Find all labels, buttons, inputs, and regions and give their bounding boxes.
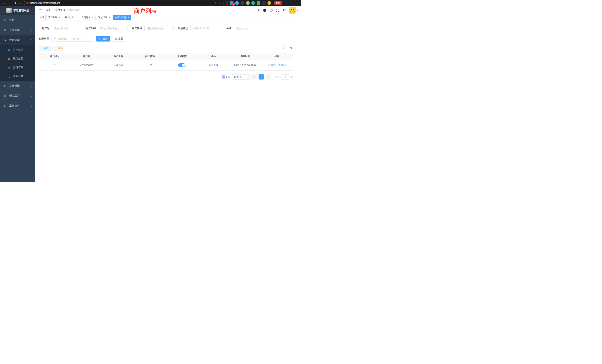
goto-page: 前往 页 [275,74,293,79]
sidebar-subitem-label: 支付订单 [13,66,23,69]
tab-user-group[interactable]: 用户分组 × [63,15,79,20]
hamburger-icon[interactable] [38,8,43,13]
reload-button[interactable] [12,0,17,5]
export-button[interactable]: 导出 [53,46,65,51]
merchant-shortname-label: 商户简称 [132,27,142,30]
edit-link[interactable]: 修改 [268,64,276,67]
tab-home[interactable]: 首页 [38,15,46,20]
merchant-table: 商户编号 商户号 商户全称 商户简称 开启状态 备注 创建时间 操作 1 M23… [39,53,293,71]
tab-label: 首页 [40,16,44,19]
site-info-icon[interactable]: ⓘ [26,1,29,5]
help-icon[interactable]: ? [270,9,273,12]
merchant-shortname-input[interactable] [144,26,174,31]
sidebar-item-home[interactable]: ⊙ 首页 [0,15,35,25]
search-icon[interactable] [256,9,259,12]
filter-row-2: 创建时间 开始日期 - 结束日期 搜索 重置 [39,36,293,42]
search-toggle-button[interactable] [281,46,285,50]
omnibox[interactable]: ⓘ localhost:1024/pay/merchant ☆ [24,1,228,5]
refund-doc-icon: ▯ [8,75,11,78]
github-icon[interactable] [263,9,266,12]
sidebar-item-label: 支付管理 [9,39,28,42]
search-icon [281,47,284,50]
sidebar-item-workflow[interactable]: ⊟ 工作流程 [0,101,35,111]
date-start-placeholder: 开始日期 [58,37,67,40]
font-size-icon[interactable]: TT [282,9,285,12]
tab-refund-order[interactable]: 退款订单 × [97,15,112,20]
sidebar-item-system[interactable]: ⚙ 系统管理 [0,25,35,35]
page-content: 商户号 商户全称 商户简称 开启状态 请选择开启状态 [35,21,301,182]
key-icon[interactable] [215,2,217,4]
forward-button[interactable]: → [7,0,12,5]
breadcrumb-item-payment[interactable]: 支付管理 [55,9,65,12]
home-button[interactable]: ⌂ [17,0,22,5]
update-button[interactable]: 更新 [274,1,282,5]
tab-close-icon[interactable]: × [108,16,111,19]
extension-icon-1[interactable]: 10 [230,1,234,5]
back-button[interactable]: ← [2,0,7,5]
merchant-fullname-input[interactable] [98,26,128,31]
extension-icon-2[interactable] [235,1,239,5]
page-size-select[interactable]: 10条/页 [232,74,250,79]
browser-window: ← → ⌂ ⓘ localhost:1024/pay/merchant ☆ 10 [0,0,301,182]
app-logo[interactable]: 芋道管理系统 [0,6,35,15]
bookmark-star-icon[interactable]: ☆ [223,1,225,4]
user-menu[interactable] [289,7,298,14]
sidebar-item-infra[interactable]: ⊡ 基础设施 [0,81,35,91]
status-select[interactable]: 请选择开启状态 [190,26,222,31]
fullscreen-icon[interactable] [276,9,279,12]
workflow-icon: ⊟ [4,104,7,107]
status-toggle[interactable] [178,63,185,67]
search-button[interactable]: 搜索 [96,36,110,42]
extension-icon-4[interactable] [246,1,250,5]
tab-label: 用户分组 [65,16,74,19]
sidebar-subitem-app-info[interactable]: ▦ 应用信息 [0,54,35,63]
sidebar-item-payment[interactable]: ¥ 支付管理 [0,35,35,45]
status-placeholder: 请选择开启状态 [192,27,209,30]
edit-icon [268,64,270,66]
download-icon [55,47,57,49]
tab-pay-order[interactable]: 支付订单 × [80,15,96,20]
next-page-button[interactable]: › [266,74,271,79]
sidebar-subitem-pay-order[interactable]: ◎ 支付订单 [0,63,35,72]
sidebar-item-label: 研发工具 [9,94,28,97]
goto-page-input[interactable] [281,74,289,79]
delete-link[interactable]: 删除 [278,64,286,67]
refresh-button[interactable] [288,46,293,50]
total-count: 共 1 条 [222,75,230,79]
share-icon[interactable] [219,2,221,4]
browser-menu-button[interactable]: ⋮ [283,1,287,5]
chevron-up-icon [31,40,32,41]
tab-close-icon[interactable]: × [91,16,94,19]
sidebar-item-devtools[interactable]: ⊞ 研发工具 [0,91,35,101]
merchant-no-input[interactable] [52,26,81,31]
cell-actions: 修改 删除 [261,60,293,70]
sidebar-subitem-merchant-info[interactable]: ▤ 商户信息 [0,45,35,54]
extension-icon-3[interactable] [241,1,244,5]
tab-close-icon[interactable]: × [58,16,61,19]
date-range-picker[interactable]: 开始日期 - 结束日期 [52,36,94,42]
tab-process-form[interactable]: 流程表单 × [46,15,62,20]
add-button[interactable]: + 新增 [39,46,51,51]
tabs-bar: 首页 流程表单 × 用户分组 × 支付订单 × 退款订单 × [35,14,301,21]
prev-page-button[interactable]: ‹ [251,74,257,79]
trash-icon [278,64,280,66]
extension-icon-5[interactable] [251,1,255,5]
extension-icon-8[interactable] [268,1,271,5]
tab-merchant-info[interactable]: 商户信息 × [113,15,131,20]
dashboard-icon: ⊙ [4,19,7,22]
tab-close-icon[interactable]: × [75,16,77,19]
extension-icon-7[interactable] [262,1,266,5]
chevron-down-icon [31,105,32,107]
breadcrumb-item-home[interactable]: 首页 [46,9,51,12]
sidebar-subitem-label: 应用信息 [13,57,23,60]
extensions-badge: 10 [232,3,235,6]
extension-icon-6[interactable] [257,1,260,5]
chevron-down-icon [31,95,32,96]
url-text[interactable]: localhost:1024/pay/merchant [30,2,213,4]
plus-icon: + [41,47,43,50]
page-1-button[interactable]: 1 [258,74,264,79]
remark-input[interactable] [234,26,268,31]
tab-close-icon[interactable]: × [127,16,130,19]
reset-button[interactable]: 重置 [112,36,126,42]
sidebar-subitem-refund-order[interactable]: ▯ 退款订单 [0,72,35,81]
